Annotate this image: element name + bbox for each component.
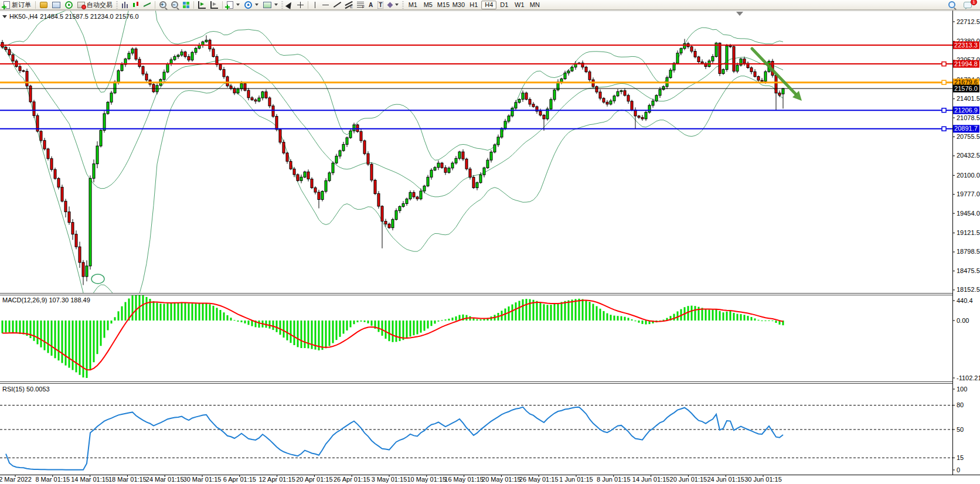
bull-candle [89, 178, 91, 266]
search-button[interactable] [946, 1, 958, 9]
level-handle[interactable] [942, 80, 946, 84]
macd-histogram-bar [360, 321, 362, 322]
bull-candle [166, 64, 169, 73]
macd-histogram-bar [220, 310, 222, 321]
profiles-button[interactable] [38, 1, 50, 9]
bull-candle [483, 168, 485, 175]
rsi-pane[interactable] [6, 407, 783, 470]
timeframe-mn[interactable]: MN [527, 1, 542, 9]
level-handle[interactable] [942, 62, 946, 66]
macd-histogram-bar [114, 317, 116, 321]
bear-candle [413, 192, 415, 197]
macd-histogram-bar [378, 321, 380, 332]
level-handle[interactable] [942, 108, 946, 113]
periods-button[interactable] [242, 1, 261, 9]
bull-candle [659, 90, 661, 96]
autotrading-button[interactable]: 自动交易 [75, 1, 115, 9]
macd-histogram-bar [325, 321, 327, 348]
templates-button[interactable] [261, 1, 280, 9]
bull-candle [683, 43, 686, 48]
timeframe-m5[interactable]: M5 [420, 1, 435, 9]
chart-canvas[interactable]: 22712.522380.022057.021724.021401.521078… [0, 10, 980, 484]
timeframe-d1[interactable]: D1 [496, 1, 512, 9]
vertical-line-tool-button[interactable] [310, 1, 320, 9]
bull-candle [107, 102, 109, 114]
bar-chart-button[interactable] [119, 1, 130, 9]
price-tick-label: 20755.5 [957, 133, 980, 140]
macd-pane[interactable] [2, 294, 784, 378]
time-tick-label: 24 Mar 01:15 [146, 476, 184, 483]
bear-candle [5, 47, 7, 49]
bear-candle [82, 263, 84, 277]
chart-shift-button[interactable] [208, 1, 220, 9]
macd-histogram-bar [519, 301, 520, 321]
macd-histogram-bar [269, 321, 271, 329]
bull-candle [117, 71, 120, 82]
channel-tool-button[interactable]: E [343, 1, 355, 9]
macd-histogram-bar [635, 321, 637, 321]
fibonacci-tool-button[interactable]: F [355, 1, 366, 9]
line-chart-button[interactable] [141, 1, 153, 9]
trendline-tool-button[interactable] [331, 1, 343, 9]
zoom-in-button[interactable]: + [157, 1, 169, 9]
tile-windows-button[interactable] [181, 1, 192, 9]
timeframe-m30[interactable]: M30 [451, 1, 466, 9]
bear-candle [754, 71, 756, 76]
bull-candle [560, 79, 563, 82]
crosshair-tool-button[interactable] [295, 1, 306, 9]
level-handle[interactable] [942, 127, 946, 131]
bull-candle [177, 55, 179, 56]
rsi-tick-label: 80 [957, 401, 964, 408]
bear-candle [135, 49, 137, 59]
low-marker-ellipse[interactable] [91, 274, 104, 284]
chart-window[interactable]: 22712.522380.022057.021724.021401.521078… [0, 10, 980, 484]
macd-histogram-bar [733, 313, 735, 321]
text-label-tool-button[interactable]: T [375, 1, 386, 9]
shapes-tool-button[interactable] [386, 1, 401, 9]
chart-shift-marker[interactable] [736, 12, 743, 16]
mt4-terminal-window: 新订单 自动交易 + − E F A T [0, 0, 980, 484]
text-tool-button[interactable]: A [366, 1, 375, 9]
bull-candle [676, 53, 679, 64]
macd-histogram-bar [62, 321, 63, 363]
zoom-out-button[interactable]: − [169, 1, 181, 9]
bear-candle [142, 67, 144, 74]
bull-candle [349, 131, 352, 138]
collapse-triangle-icon[interactable] [2, 15, 7, 18]
terminal-button[interactable] [50, 1, 63, 9]
cursor-tool-button[interactable] [284, 1, 295, 9]
macd-histogram-bar [121, 306, 123, 321]
bull-candle [764, 71, 767, 81]
price-tick-label: 18475.5 [957, 267, 980, 274]
bear-candle [297, 175, 299, 180]
timeframe-m15[interactable]: M15 [435, 1, 451, 9]
bull-candle [564, 73, 566, 79]
new-order-button[interactable]: 新订单 [1, 1, 33, 9]
bear-candle [8, 50, 11, 55]
trend-arrow-line[interactable] [752, 49, 795, 94]
bear-candle [26, 71, 28, 86]
timeframe-w1[interactable]: W1 [512, 1, 527, 9]
macd-histogram-bar [164, 304, 165, 321]
bull-candle [522, 93, 524, 100]
macd-histogram-bar [638, 321, 640, 323]
bull-candle [304, 172, 306, 177]
signals-button[interactable] [63, 1, 75, 9]
macd-histogram-bar [44, 321, 46, 350]
candlestick-chart-button[interactable] [130, 1, 141, 9]
bear-candle [627, 96, 629, 101]
macd-histogram-bar [554, 304, 556, 321]
timeframe-h1[interactable]: H1 [466, 1, 481, 9]
timeframe-h4[interactable]: H4 [481, 1, 496, 9]
auto-scroll-button[interactable] [196, 1, 208, 9]
macd-histogram-bar [515, 302, 517, 321]
indicators-button[interactable] [224, 1, 242, 9]
horizontal-line-tool-button[interactable] [320, 1, 331, 9]
bull-candle [321, 192, 324, 200]
price-tick-label: 20100.0 [957, 172, 980, 179]
notifications-button[interactable]: 1 [961, 1, 974, 9]
price-pane[interactable] [1, 10, 784, 309]
macd-histogram-bar [628, 318, 629, 321]
macd-histogram-bar [403, 321, 404, 340]
timeframe-m1[interactable]: M1 [405, 1, 420, 9]
